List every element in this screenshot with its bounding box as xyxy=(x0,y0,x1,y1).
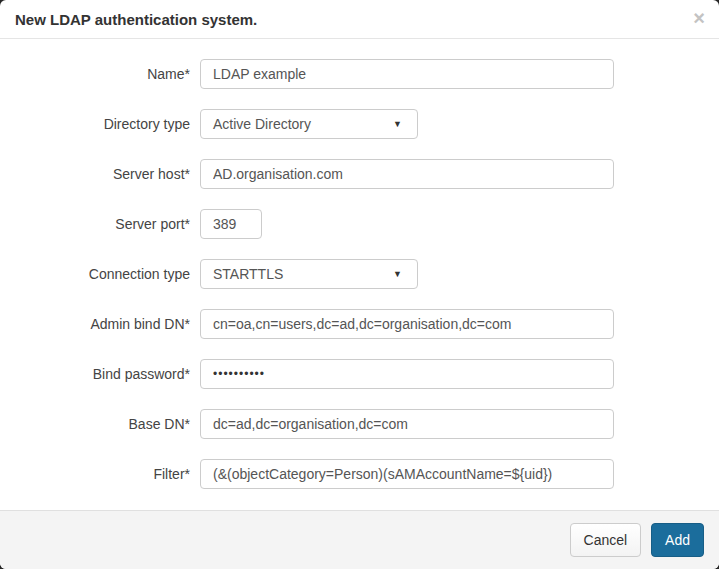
chevron-down-icon: ▼ xyxy=(393,119,402,129)
ldap-auth-modal: New LDAP authentication system. × Name* … xyxy=(0,0,719,569)
connection-type-label: Connection type xyxy=(15,259,190,289)
form-row-connection-type: Connection type STARTTLS ▼ xyxy=(15,259,704,289)
server-host-input[interactable] xyxy=(200,159,614,189)
modal-header: New LDAP authentication system. × xyxy=(0,0,719,39)
form-row-base-dn: Base DN* xyxy=(15,409,704,439)
connection-type-select[interactable]: STARTTLS ▼ xyxy=(200,259,418,289)
connection-type-value: STARTTLS xyxy=(213,266,283,282)
bind-password-input[interactable] xyxy=(200,359,614,389)
server-port-label: Server port* xyxy=(15,209,190,239)
chevron-down-icon: ▼ xyxy=(393,269,402,279)
server-port-input[interactable] xyxy=(200,209,262,239)
close-icon[interactable]: × xyxy=(693,8,705,28)
directory-type-value: Active Directory xyxy=(213,116,311,132)
server-host-label: Server host* xyxy=(15,159,190,189)
form-row-directory-type: Directory type Active Directory ▼ xyxy=(15,109,704,139)
admin-bind-dn-input[interactable] xyxy=(200,309,614,339)
filter-label: Filter* xyxy=(15,459,190,489)
form-row-server-port: Server port* xyxy=(15,209,704,239)
form-row-admin-bind-dn: Admin bind DN* xyxy=(15,309,704,339)
directory-type-select[interactable]: Active Directory ▼ xyxy=(200,109,418,139)
base-dn-input[interactable] xyxy=(200,409,614,439)
add-button[interactable]: Add xyxy=(651,523,704,557)
directory-type-label: Directory type xyxy=(15,109,190,139)
form-row-server-host: Server host* xyxy=(15,159,704,189)
name-input[interactable] xyxy=(200,59,614,89)
admin-bind-dn-label: Admin bind DN* xyxy=(15,309,190,339)
filter-input[interactable] xyxy=(200,459,614,489)
name-label: Name* xyxy=(15,59,190,89)
form-row-filter: Filter* xyxy=(15,459,704,489)
base-dn-label: Base DN* xyxy=(15,409,190,439)
form-row-bind-password: Bind password* xyxy=(15,359,704,389)
cancel-button[interactable]: Cancel xyxy=(570,523,642,557)
form-row-name: Name* xyxy=(15,59,704,89)
modal-title: New LDAP authentication system. xyxy=(15,11,704,28)
bind-password-label: Bind password* xyxy=(15,359,190,389)
modal-body: Name* Directory type Active Directory ▼ … xyxy=(0,39,719,510)
modal-footer: Cancel Add xyxy=(0,510,719,569)
